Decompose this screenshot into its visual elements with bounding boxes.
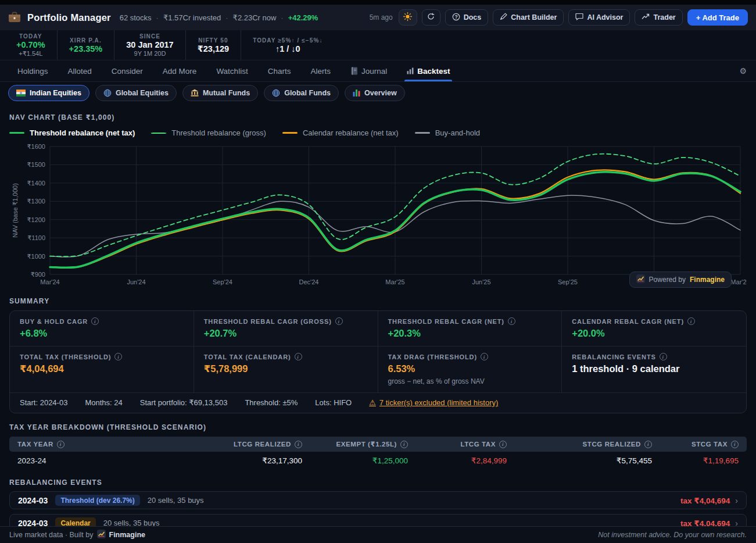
tab-alerts[interactable]: Alerts bbox=[310, 60, 331, 81]
tax-table-cell: ₹2,84,999 bbox=[408, 456, 507, 465]
ai-advisor-button[interactable]: AI Advisor bbox=[568, 9, 630, 26]
legend-item: Threshold rebalance (gross) bbox=[151, 128, 266, 137]
tab-consider[interactable]: Consider bbox=[112, 60, 143, 81]
filter-pill-indian-equities[interactable]: Indian Equities bbox=[8, 85, 89, 101]
speech-bubble-icon bbox=[575, 13, 583, 22]
summary-card-value: +20.3% bbox=[388, 328, 552, 339]
question-circle-icon: ? bbox=[452, 13, 460, 23]
summary-card-label: REBALANCING EVENTS bbox=[572, 353, 656, 360]
info-icon[interactable] bbox=[660, 353, 667, 360]
tab-watchlist[interactable]: Watchlist bbox=[216, 60, 248, 81]
info-icon[interactable] bbox=[57, 441, 65, 448]
rebalance-event-row[interactable]: 2024-03 Threshold (dev 26.7%) 20 sells, … bbox=[9, 491, 747, 509]
stat-cell-nifty-50: NIFTY 50 ₹23,129 bbox=[186, 30, 241, 60]
tab-bar: ⚙ Holdings Alloted Consider Add More Wat… bbox=[0, 60, 756, 82]
footer-brand[interactable]: Finmagine bbox=[97, 530, 146, 540]
tax-col-ltcg-realized: LTCG REALIZED bbox=[148, 441, 302, 448]
info-icon[interactable] bbox=[335, 317, 343, 325]
event-date: 2024-03 bbox=[18, 496, 48, 505]
info-icon[interactable] bbox=[731, 441, 739, 448]
stat-value: +23.35% bbox=[69, 44, 103, 53]
stats-bar: TODAY +0.70% +₹1.54L XIRR P.A. +23.35% S… bbox=[0, 30, 756, 60]
tab-journal[interactable]: Journal bbox=[350, 60, 387, 81]
window-top-strip bbox=[0, 0, 756, 5]
page-title: Portfolio Manager bbox=[27, 12, 111, 23]
chart-builder-button[interactable]: Chart Builder bbox=[493, 9, 564, 26]
info-icon[interactable] bbox=[114, 353, 122, 360]
info-icon[interactable] bbox=[508, 317, 515, 325]
stat-label: SINCE bbox=[139, 33, 160, 40]
legend-label: Threshold rebalance (net tax) bbox=[30, 128, 135, 137]
summary-card-tax-drag-threshold-: TAX DRAG (THRESHOLD) 6.53% gross − net, … bbox=[378, 346, 562, 392]
finmagine-logo-icon bbox=[636, 274, 645, 285]
event-detail: 20 sells, 35 buys bbox=[148, 496, 204, 505]
tab-alloted[interactable]: Alloted bbox=[68, 60, 92, 81]
info-icon[interactable] bbox=[481, 353, 488, 360]
backtest-param: Start portfolio: ₹69,13,503 bbox=[140, 398, 228, 407]
refresh-button[interactable] bbox=[422, 9, 440, 26]
svg-text:₹1300: ₹1300 bbox=[27, 198, 45, 205]
gear-icon[interactable]: ⚙ bbox=[739, 66, 747, 76]
tax-table-cell: ₹1,19,695 bbox=[652, 456, 739, 465]
filter-pill-mutual-funds[interactable]: Mutual Funds bbox=[182, 85, 258, 101]
filter-pill-global-funds[interactable]: Global Funds bbox=[264, 85, 339, 101]
powered-by-brand: Finmagine bbox=[690, 276, 725, 284]
info-icon[interactable] bbox=[499, 441, 507, 448]
info-icon[interactable] bbox=[687, 317, 695, 325]
backtest-param: Start: 2024-03 bbox=[20, 398, 67, 407]
trending-up-icon bbox=[642, 13, 650, 22]
docs-button[interactable]: ? Docs bbox=[445, 9, 489, 26]
summary-card-buy-hold-cagr: BUY & HOLD CAGR +6.8% bbox=[10, 311, 194, 346]
tax-table-row: 2023-24₹23,17,300₹1,25,000₹2,84,999₹5,75… bbox=[9, 452, 747, 469]
info-icon[interactable] bbox=[295, 353, 302, 360]
briefcase-icon bbox=[8, 12, 21, 23]
stat-cell-today: TODAY +0.70% +₹1.54L bbox=[5, 30, 58, 60]
app-header: Portfolio Manager 62 stocks · ₹1.57Cr in… bbox=[0, 5, 756, 30]
summary-card-total-tax-calendar-: TOTAL TAX (CALENDAR) ₹5,78,999 bbox=[194, 346, 378, 392]
powered-by-badge[interactable]: Powered by Finmagine bbox=[629, 272, 732, 288]
sun-icon bbox=[403, 12, 412, 23]
info-icon[interactable] bbox=[400, 441, 408, 448]
stat-cell-since: SINCE 30 Jan 2017 9Y 1M 20D bbox=[114, 30, 185, 60]
backtest-param: Lots: HIFO bbox=[315, 398, 352, 407]
legend-swatch bbox=[151, 133, 166, 134]
last-updated: 5m ago bbox=[370, 13, 393, 22]
add-trade-button[interactable]: + Add Trade bbox=[687, 9, 748, 26]
info-icon[interactable] bbox=[295, 441, 302, 448]
event-tax: tax ₹4,04,694 bbox=[680, 496, 730, 505]
journal-icon bbox=[350, 67, 358, 75]
tab-add-more[interactable]: Add More bbox=[163, 60, 197, 81]
summary-card-threshold-rebal-cagr-net-: THRESHOLD REBAL CAGR (NET) +20.3% bbox=[378, 311, 562, 346]
summary-card-label: TAX DRAG (THRESHOLD) bbox=[388, 353, 477, 360]
tax-table-header: TAX YEAR LTCG REALIZED EXEMPT (₹1.25L) L… bbox=[9, 437, 747, 452]
nav-chart-canvas: ₹900₹1000₹1100₹1200₹1300₹1400₹1500₹1600M… bbox=[9, 141, 747, 287]
info-icon[interactable] bbox=[91, 317, 99, 325]
legend-label: Buy-and-hold bbox=[435, 128, 480, 137]
finmagine-logo-icon bbox=[97, 530, 106, 540]
svg-text:Mar'24: Mar'24 bbox=[40, 278, 59, 285]
invested-amount: ₹1.57Cr invested bbox=[163, 13, 221, 22]
stat-cell-xirr-p-a-: XIRR P.A. +23.35% bbox=[58, 30, 115, 60]
trader-button[interactable]: Trader bbox=[635, 9, 682, 26]
svg-text:Dec'24: Dec'24 bbox=[299, 278, 319, 285]
svg-text:₹1400: ₹1400 bbox=[27, 180, 45, 187]
summary-card-label: BUY & HOLD CAGR bbox=[20, 318, 88, 325]
filter-pill-global-equities[interactable]: Global Equities bbox=[95, 85, 177, 101]
excluded-tickers-link[interactable]: 7 ticker(s) excluded (limited history) bbox=[369, 398, 498, 407]
tab-backtest[interactable]: Backtest bbox=[407, 60, 450, 81]
tab-holdings[interactable]: Holdings bbox=[17, 60, 48, 81]
tab-charts[interactable]: Charts bbox=[268, 60, 291, 81]
tax-col-stcg-realized: STCG REALIZED bbox=[507, 441, 652, 448]
legend-label: Calendar rebalance (net tax) bbox=[303, 128, 399, 137]
summary-card-value: 1 threshold · 9 calendar bbox=[572, 363, 736, 374]
globe-icon bbox=[272, 89, 280, 97]
refresh-icon bbox=[427, 13, 435, 22]
svg-text:NAV (base ₹1,000): NAV (base ₹1,000) bbox=[12, 183, 19, 238]
summary-card-value: +6.8% bbox=[20, 328, 184, 339]
svg-text:₹1000: ₹1000 bbox=[27, 253, 45, 260]
theme-toggle-button[interactable] bbox=[399, 9, 417, 26]
filter-pill-overview[interactable]: Overview bbox=[345, 85, 405, 101]
bank-icon bbox=[191, 89, 199, 97]
summary-card-calendar-rebal-cagr-net-: CALENDAR REBAL CAGR (NET) +20.0% bbox=[562, 311, 746, 346]
info-icon[interactable] bbox=[644, 441, 652, 448]
